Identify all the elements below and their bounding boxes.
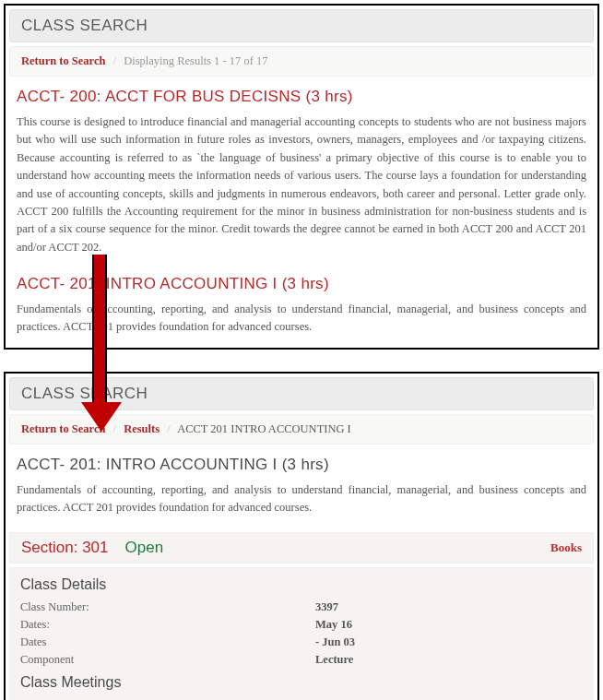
results-count-text: Displaying Results 1 - 17 of 17 [124, 54, 267, 67]
detail-value: - Jun 03 [315, 635, 355, 649]
class-details-block: Class Details Class Number:3397Dates:May… [9, 567, 594, 701]
class-detail-row: Class Number:3397 [20, 599, 583, 616]
detail-value: May 16 [315, 618, 352, 632]
section-status: Open [125, 539, 164, 557]
class-details-heading: Class Details [20, 576, 583, 593]
detail-value: Lecture [315, 653, 353, 667]
return-to-search-link[interactable]: Return to Search [21, 54, 105, 67]
class-meetings-heading: Class Meetings [20, 674, 583, 691]
breadcrumb-current: ACCT 201 INTRO ACCOUNTING I [177, 422, 351, 435]
panel-header: CLASS SEARCH [9, 9, 594, 42]
page-title: CLASS SEARCH [21, 17, 582, 35]
detail-label: Component [20, 653, 315, 667]
results-link[interactable]: Results [124, 422, 160, 435]
books-link[interactable]: Books [550, 540, 582, 555]
course-description: This course is designed to introduce fin… [17, 113, 586, 256]
breadcrumb-separator: / [113, 54, 116, 67]
section-number: Section: 301 [21, 539, 109, 557]
class-detail-row: Dates - Jun 03 [20, 634, 583, 651]
course-title: ACCT- 200: ACCT FOR BUS DECISNS (3 hrs) [17, 88, 586, 106]
flow-arrow-icon [92, 255, 122, 432]
detail-value: 3397 [315, 600, 338, 614]
section-header: Section: 301 Open Books [9, 532, 594, 564]
meeting-row: Time:08:30AM - 11:20AM [20, 696, 583, 701]
class-detail-row: ComponentLecture [20, 651, 583, 669]
detail-label: Class Number: [20, 600, 315, 614]
breadcrumb-separator: / [167, 422, 170, 435]
course-title: ACCT- 201: INTRO ACCOUNTING I (3 hrs) [17, 456, 586, 474]
course-acct-200[interactable]: ACCT- 200: ACCT FOR BUS DECISNS (3 hrs) … [6, 80, 597, 267]
detail-label: Dates: [20, 618, 315, 632]
class-detail-row: Dates:May 16 [20, 616, 583, 634]
breadcrumb: Return to Search / Displaying Results 1 … [9, 46, 594, 77]
detail-label: Dates [20, 635, 315, 649]
course-detail-header: ACCT- 201: INTRO ACCOUNTING I (3 hrs) Fu… [6, 448, 597, 528]
course-description: Fundamentals of accounting, reporting, a… [17, 481, 586, 517]
